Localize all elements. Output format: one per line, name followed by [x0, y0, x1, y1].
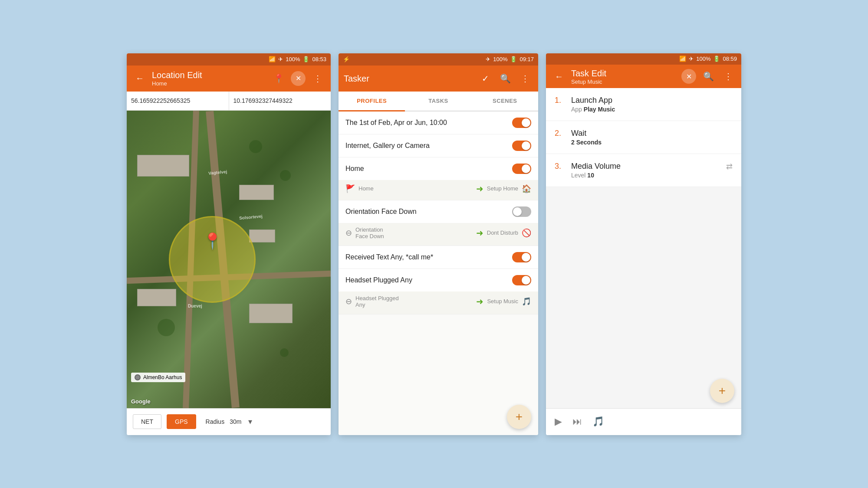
profile-title-5: Received Text Any, *call me* — [345, 253, 507, 261]
dont-disturb-icon: 🚫 — [522, 228, 531, 238]
battery-level: 100% — [286, 56, 300, 62]
tasker-panel: ⚡ ✈ 100% 🔋 09:17 Tasker ✓ 🔍 ⋮ PROFILES T… — [339, 53, 538, 435]
task-num-2: 2. — [555, 129, 565, 138]
location-pin-icon[interactable]: 📍 — [271, 71, 286, 86]
task-info-1: Launch App App Play Music — [571, 96, 733, 113]
battery-icon-mid: 🔋 — [510, 56, 517, 62]
battery-right: 100% — [696, 56, 710, 62]
task-detail-value-2: 2 Seconds — [571, 139, 602, 146]
task-edit-title-area: Task Edit Setup Music — [571, 68, 677, 85]
overflow-icon-mid[interactable]: ⋮ — [517, 71, 533, 86]
back-button-right[interactable]: ← — [551, 69, 567, 84]
add-profile-fab[interactable]: + — [507, 405, 531, 429]
profile-title-4: Orientation Face Down — [345, 208, 507, 216]
plane-icon-right: ✈ — [689, 56, 694, 62]
profile-detail-3: 🚩 Home ➜ Setup Home 🏠 — [339, 180, 538, 200]
profile-title-6: Headset Plugged Any — [345, 276, 507, 284]
search-icon-right[interactable]: 🔍 — [700, 69, 716, 84]
profile-toggle-3[interactable] — [512, 164, 531, 174]
profile-item-5[interactable]: Received Text Any, *call me* — [339, 246, 538, 269]
add-task-fab[interactable]: + — [710, 379, 734, 403]
profile-detail-6: ⊖ Headset Plugged Any ➜ Setup Music 🎵 — [339, 291, 538, 314]
trees-3 — [158, 319, 175, 336]
profile-toggle-6[interactable] — [512, 275, 531, 285]
tab-profiles[interactable]: PROFILES — [339, 92, 405, 111]
task-detail-value-3: 10 — [587, 172, 594, 179]
battery-icon-right: 🔋 — [713, 56, 720, 62]
skip-next-icon[interactable]: ⏭ — [572, 416, 582, 427]
latitude-field[interactable] — [127, 92, 229, 110]
google-logo: Google — [131, 398, 151, 405]
trees-1 — [249, 140, 262, 153]
flash-icon: ⚡ — [343, 56, 350, 62]
arrow-icon-6: ➜ — [476, 296, 483, 307]
tab-scenes[interactable]: SCENES — [472, 92, 538, 111]
detail-left-6: Headset Plugged Any — [355, 295, 473, 308]
location-radius-circle — [169, 216, 256, 303]
map-view[interactable]: Vagtelvej Solsortevej Duevej 📍 AlmenBo A… — [127, 111, 331, 408]
profile-title-2: Internet, Gallery or Camera — [345, 142, 507, 150]
map-location-label: AlmenBo Aarhus — [131, 373, 185, 382]
task-list-icon[interactable]: 🎵 — [592, 416, 604, 427]
building-5 — [249, 229, 275, 242]
task-info-2: Wait 2 Seconds — [571, 129, 733, 146]
task-name-2: Wait — [571, 129, 733, 138]
radius-label: Radius — [206, 418, 225, 425]
app-bar-mid: Tasker ✓ 🔍 ⋮ — [339, 66, 538, 92]
arrow-icon-3: ➜ — [476, 183, 483, 194]
profile-detail-4: ⊖ Orientation Face Down ➜ Dont Disturb 🚫 — [339, 223, 538, 246]
status-bar-mid: ⚡ ✈ 100% 🔋 09:17 — [339, 53, 538, 66]
profile-toggle-5[interactable] — [512, 252, 531, 262]
profile-toggle-1[interactable] — [512, 118, 531, 128]
time-right: 08:59 — [723, 56, 737, 62]
radius-dropdown-icon[interactable]: ▾ — [248, 417, 252, 426]
arrow-icon-4: ➜ — [476, 228, 483, 238]
coord-bar — [127, 92, 331, 111]
task-num-1: 1. — [555, 96, 565, 105]
label-dot-icon — [135, 374, 141, 380]
profile-toggle-4[interactable] — [512, 206, 531, 217]
overflow-menu-icon[interactable]: ⋮ — [310, 71, 326, 86]
app-bar-left: ← Location Edit Home 📍 ✕ ⋮ — [127, 66, 331, 92]
task-item-3[interactable]: 3. Media Volume Level 10 ⇄ — [546, 154, 741, 187]
task-detail-3: Level 10 — [571, 172, 720, 179]
task-bottom-controls: ▶ ⏭ 🎵 — [546, 408, 741, 435]
close-button[interactable]: ✕ — [291, 71, 306, 86]
task-num-3: 3. — [555, 162, 565, 171]
profile-item-4[interactable]: Orientation Face Down ⊖ Orientation Face… — [339, 200, 538, 246]
building-4 — [249, 304, 293, 323]
task-edit-title: Task Edit — [571, 68, 677, 79]
search-icon[interactable]: 🔍 — [497, 71, 513, 86]
profile-item-2[interactable]: Internet, Gallery or Camera — [339, 134, 538, 157]
swap-icon[interactable]: ⇄ — [726, 162, 733, 171]
profile-item-6[interactable]: Headset Plugged Any ⊖ Headset Plugged An… — [339, 269, 538, 314]
net-button[interactable]: NET — [133, 414, 161, 429]
task-detail-value-1: Play Music — [584, 106, 615, 113]
orientation-icon: ⊖ — [345, 228, 352, 238]
task-item-1[interactable]: 1. Launch App App Play Music — [546, 88, 741, 121]
profile-item-1[interactable]: The 1st of Feb, Apr or Jun, 10:00 — [339, 111, 538, 134]
building-2 — [239, 185, 274, 200]
detail-right-3: Setup Home — [487, 185, 518, 192]
wifi-icon-right: 📶 — [679, 56, 686, 62]
overflow-icon-right[interactable]: ⋮ — [720, 69, 736, 84]
check-icon[interactable]: ✓ — [477, 71, 493, 86]
plane-icon: ✈ — [278, 56, 283, 62]
longitude-field[interactable] — [229, 92, 331, 110]
task-info-3: Media Volume Level 10 — [571, 162, 720, 179]
trees-4 — [280, 348, 289, 357]
back-button[interactable]: ← — [132, 71, 148, 86]
building-1 — [137, 155, 189, 177]
close-button-right[interactable]: ✕ — [681, 69, 696, 84]
profile-toggle-2[interactable] — [512, 141, 531, 151]
task-item-2[interactable]: 2. Wait 2 Seconds — [546, 121, 741, 154]
tabs-bar: PROFILES TASKS SCENES — [339, 92, 538, 111]
plane-icon-mid: ✈ — [486, 56, 490, 62]
profile-item-3[interactable]: Home 🚩 Home ➜ Setup Home 🏠 — [339, 157, 538, 200]
tab-tasks[interactable]: TASKS — [405, 92, 471, 111]
tasker-app-title: Tasker — [344, 73, 473, 84]
status-bar-left: 📶 ✈ 100% 🔋 08:53 — [127, 53, 331, 66]
task-name-3: Media Volume — [571, 162, 720, 171]
gps-button[interactable]: GPS — [167, 414, 196, 429]
play-icon[interactable]: ▶ — [555, 416, 562, 427]
